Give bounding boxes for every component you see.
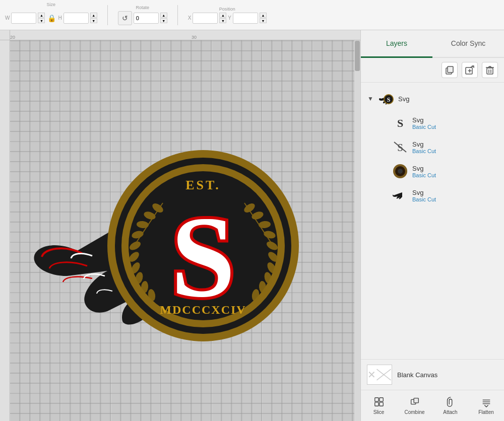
group-thumb: S: [378, 91, 394, 107]
h-label: H: [58, 15, 61, 21]
layer-type-4: Basic Cut: [412, 196, 436, 202]
attach-button[interactable]: Attach: [432, 390, 468, 421]
scrollbar-thumb[interactable]: [355, 41, 360, 71]
size-label: Size: [47, 2, 56, 7]
main-area: 20 30: [0, 30, 504, 421]
vertical-scrollbar[interactable]: [354, 40, 360, 421]
svg-rect-45: [374, 398, 378, 401]
height-down[interactable]: ▼: [90, 18, 97, 23]
s-strike-icon: S: [393, 139, 408, 155]
layer-info-1: Svg Basic Cut: [412, 116, 436, 130]
slice-icon: [373, 396, 385, 407]
layer-thumb-4: [392, 187, 408, 203]
flatten-label: Flatten: [478, 409, 494, 415]
svg-rect-47: [374, 402, 378, 406]
ring-icon: [393, 164, 408, 179]
layer-name-2: Svg: [412, 141, 436, 148]
svg-rect-23: [448, 66, 453, 73]
right-panel: Layers Color Sync: [360, 30, 504, 421]
copy-layer-button[interactable]: [442, 62, 458, 78]
s-letter-icon: S: [393, 115, 408, 130]
slice-button[interactable]: Slice: [361, 390, 397, 421]
width-up[interactable]: ▲: [38, 13, 45, 18]
size-input-row: W ▲ ▼ 🔒 H ▲ ▼: [5, 8, 97, 28]
flatten-icon: [481, 396, 492, 407]
layers-list[interactable]: ▼ S Svg: [361, 83, 504, 359]
lock-icon[interactable]: 🔒: [46, 8, 56, 28]
layer-thumb-3: [392, 163, 408, 179]
layer-item-4[interactable]: Svg Basic Cut: [375, 183, 504, 207]
rotate-input[interactable]: [134, 13, 159, 24]
layer-name-1: Svg: [412, 116, 436, 124]
canvas-grid[interactable]: EST. MDCCCXCIV S S S: [10, 40, 360, 421]
layer-item-1[interactable]: S Svg Basic Cut: [375, 111, 504, 135]
ruler-tick-30: 30: [192, 35, 197, 40]
ruler-horizontal: 20 30: [10, 30, 360, 40]
panel-tabs: Layers Color Sync: [361, 30, 504, 58]
wing-small-icon: [393, 188, 408, 203]
divider-2: [177, 5, 178, 25]
layer-group-header[interactable]: ▼ S Svg: [361, 87, 504, 111]
height-up[interactable]: ▲: [90, 13, 97, 18]
combine-button[interactable]: Combine: [397, 390, 432, 421]
y-input[interactable]: [233, 13, 258, 24]
layer-thumb-2: S: [392, 139, 408, 155]
x-down[interactable]: ▼: [219, 18, 226, 23]
attach-label: Attach: [443, 409, 457, 415]
layer-group-svg: ▼ S Svg: [361, 87, 504, 207]
rotate-down[interactable]: ▼: [160, 18, 167, 23]
x-spinner[interactable]: ▲ ▼: [219, 13, 226, 23]
x-up[interactable]: ▲: [219, 13, 226, 18]
main-toolbar: Size W ▲ ▼ 🔒 H ▲ ▼ Rotate ↺ ▲ ▼: [0, 0, 504, 30]
width-input[interactable]: [11, 13, 36, 24]
copy-icon: [445, 65, 454, 75]
height-spinner[interactable]: ▲ ▼: [90, 13, 97, 23]
x-input[interactable]: [193, 13, 218, 24]
svg-rect-28: [487, 68, 493, 74]
w-label: W: [5, 15, 10, 21]
attach-icon: [445, 396, 456, 407]
delete-layer-button[interactable]: [482, 62, 498, 78]
group-name: Svg: [398, 95, 409, 103]
add-layer-button[interactable]: [462, 62, 478, 78]
rotate-label: Rotate: [136, 5, 149, 10]
expand-icon[interactable]: ▼: [367, 95, 374, 102]
layer-name-4: Svg: [412, 189, 436, 196]
width-down[interactable]: ▼: [38, 18, 45, 23]
y-up[interactable]: ▲: [260, 13, 267, 18]
height-input[interactable]: [64, 13, 89, 24]
rotate-up[interactable]: ▲: [160, 13, 167, 18]
logo-container[interactable]: EST. MDCCCXCIV S S S: [22, 100, 314, 362]
rotate-spinner[interactable]: ▲ ▼: [160, 13, 167, 23]
flatten-button[interactable]: Flatten: [468, 390, 504, 421]
logo-svg: EST. MDCCCXCIV S S S: [27, 105, 309, 357]
layer-info-3: Svg Basic Cut: [412, 165, 436, 178]
svg-rect-48: [379, 402, 383, 406]
rotate-input-row: ↺ ▲ ▼: [118, 11, 167, 25]
canvas-area[interactable]: 20 30: [0, 30, 360, 421]
svg-rect-46: [379, 398, 383, 401]
layer-name-3: Svg: [412, 165, 436, 172]
y-spinner[interactable]: ▲ ▼: [260, 13, 267, 23]
est-text: EST.: [185, 178, 221, 192]
layer-item-3[interactable]: Svg Basic Cut: [375, 159, 504, 183]
svg-point-42: [398, 169, 403, 174]
layer-thumb-1: S: [392, 115, 408, 131]
size-group: Size W ▲ ▼ 🔒 H ▲ ▼: [5, 2, 97, 28]
position-input-row: X ▲ ▼ Y ▲ ▼: [188, 13, 267, 24]
layer-type-1: Basic Cut: [412, 124, 436, 130]
svg-rect-50: [414, 398, 418, 403]
rotate-ccw-button[interactable]: ↺: [118, 11, 132, 25]
tab-colorsync[interactable]: Color Sync: [432, 30, 504, 58]
tab-layers[interactable]: Layers: [361, 30, 432, 58]
width-spinner[interactable]: ▲ ▼: [38, 13, 45, 23]
ruler-vertical: [0, 30, 10, 421]
add-icon: [465, 65, 474, 75]
layer-item-2[interactable]: S Svg Basic Cut: [375, 135, 504, 159]
layer-info-2: Svg Basic Cut: [412, 141, 436, 154]
y-down[interactable]: ▼: [260, 18, 267, 23]
ruler-tick-20: 20: [10, 35, 15, 40]
layer-type-3: Basic Cut: [412, 172, 436, 178]
group-info: Svg: [398, 95, 409, 103]
combine-label: Combine: [404, 409, 424, 415]
